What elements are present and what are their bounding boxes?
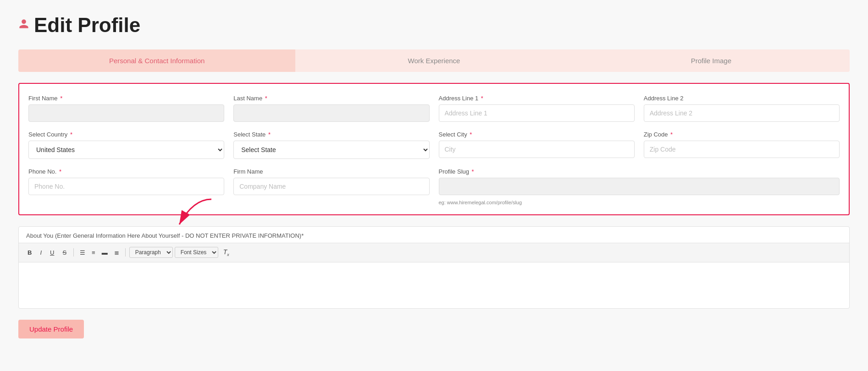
align-left-button[interactable]: ☰: [77, 248, 88, 257]
update-profile-button[interactable]: Update Profile: [18, 320, 84, 338]
editor-toolbar: B I U S ☰ ≡ ▬ ≣ Paragraph Font Sizes Tx: [19, 243, 849, 262]
tab-personal[interactable]: Personal & Contact Information: [18, 49, 295, 72]
align-center-button[interactable]: ≡: [89, 248, 98, 257]
city-input[interactable]: [439, 141, 635, 158]
toolbar-divider-1: [73, 248, 74, 256]
align-right-button[interactable]: ▬: [100, 248, 110, 257]
state-label: Select State *: [233, 131, 429, 138]
tabs-container: Personal & Contact Information Work Expe…: [18, 49, 850, 72]
last-name-label: Last Name *: [233, 95, 429, 102]
align-justify-button[interactable]: ≣: [112, 248, 122, 257]
slug-label: Profile Slug *: [439, 168, 840, 175]
first-name-label: First Name *: [28, 95, 224, 102]
page-title-container: Edit Profile: [18, 14, 850, 37]
tab-work[interactable]: Work Experience: [295, 49, 572, 72]
firm-label: Firm Name: [233, 168, 429, 175]
phone-input[interactable]: [28, 178, 224, 195]
clear-format-button[interactable]: Tx: [220, 247, 232, 258]
bold-button[interactable]: B: [24, 248, 35, 257]
city-label: Select City *: [439, 131, 635, 138]
zip-label: Zip Code *: [644, 131, 840, 138]
underline-button[interactable]: U: [47, 248, 57, 257]
font-sizes-select[interactable]: Font Sizes: [175, 247, 218, 258]
tab-profile-image[interactable]: Profile Image: [573, 49, 850, 72]
state-group: Select State * Select State: [233, 131, 429, 159]
last-name-group: Last Name *: [233, 95, 429, 122]
country-select[interactable]: United States: [28, 141, 224, 159]
toolbar-divider-2: [125, 248, 126, 256]
slug-group: Profile Slug * eg: www.hiremelegal.com/p…: [439, 168, 840, 205]
paragraph-select[interactable]: Paragraph: [129, 247, 173, 258]
page-heading: Edit Profile: [34, 14, 140, 37]
slug-input[interactable]: [439, 178, 840, 195]
form-row-3: Phone No. * Firm Name Profile Slug * eg:…: [28, 168, 840, 205]
editor-content-area[interactable]: [19, 262, 849, 308]
phone-label: Phone No. *: [28, 168, 224, 175]
form-row-1: First Name * Last Name * Address Line 1 …: [28, 95, 840, 122]
state-select[interactable]: Select State: [233, 141, 429, 159]
address1-label: Address Line 1 *: [439, 95, 635, 102]
zip-input[interactable]: [644, 141, 840, 158]
first-name-input[interactable]: [28, 104, 224, 122]
page-wrapper: Edit Profile Personal & Contact Informat…: [0, 0, 868, 371]
address2-label: Address Line 2: [644, 95, 840, 102]
last-name-input[interactable]: [233, 104, 429, 122]
italic-button[interactable]: I: [37, 248, 45, 257]
address2-group: Address Line 2: [644, 95, 840, 122]
strikethrough-button[interactable]: S: [59, 248, 70, 257]
slug-hint: eg: www.hiremelegal.com/profile/slug: [439, 200, 840, 205]
firm-input[interactable]: [233, 178, 429, 195]
firm-group: Firm Name: [233, 168, 429, 205]
address1-input[interactable]: [439, 104, 635, 122]
person-icon: [18, 18, 29, 32]
zip-group: Zip Code *: [644, 131, 840, 159]
phone-group: Phone No. *: [28, 168, 224, 205]
first-name-group: First Name *: [28, 95, 224, 122]
form-section: First Name * Last Name * Address Line 1 …: [18, 83, 850, 215]
address2-input[interactable]: [644, 104, 840, 122]
country-label: Select Country *: [28, 131, 224, 138]
first-name-required: *: [59, 95, 63, 102]
address1-group: Address Line 1 *: [439, 95, 635, 122]
country-group: Select Country * United States: [28, 131, 224, 159]
about-section: About You (Enter General Information Her…: [18, 226, 850, 309]
city-group: Select City *: [439, 131, 635, 159]
form-row-2: Select Country * United States Select St…: [28, 131, 840, 159]
about-label: About You (Enter General Information Her…: [19, 227, 849, 239]
